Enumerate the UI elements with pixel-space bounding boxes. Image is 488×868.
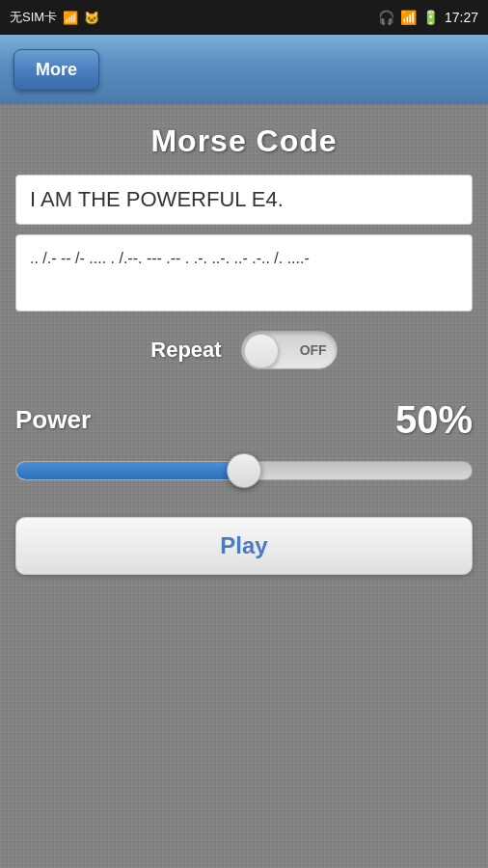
power-header: Power 50% (15, 398, 473, 442)
slider-thumb[interactable] (227, 453, 261, 488)
status-right: 🎧 📶 🔋 17:27 (378, 10, 478, 25)
input-container (15, 175, 473, 225)
main-content: Morse Code .. /.- -- /- .... . /.--. ---… (0, 104, 488, 868)
slider-fill (16, 462, 244, 479)
wifi-icon: 📶 (400, 10, 417, 25)
power-section: Power 50% (15, 398, 473, 488)
more-button[interactable]: More (14, 49, 99, 91)
notification-icon: 🐱 (84, 11, 99, 25)
status-left: 无SIM卡 📶 🐱 (10, 9, 99, 26)
headphone-icon: 🎧 (378, 10, 394, 25)
status-bar: 无SIM卡 📶 🐱 🎧 📶 🔋 17:27 (0, 0, 488, 35)
carrier-text: 无SIM卡 (10, 9, 57, 26)
morse-text-input[interactable] (30, 187, 458, 212)
header: More (0, 35, 488, 104)
repeat-label: Repeat (150, 338, 221, 363)
toggle-thumb (244, 334, 279, 368)
power-value: 50% (395, 398, 473, 442)
repeat-toggle[interactable]: OFF (241, 331, 338, 369)
toggle-track: OFF (241, 331, 338, 369)
page-title: Morse Code (150, 123, 337, 159)
repeat-row: Repeat OFF (15, 331, 473, 369)
time-display: 17:27 (445, 10, 478, 25)
power-label: Power (15, 405, 91, 435)
toggle-state-label: OFF (300, 342, 327, 358)
sim-icon: 📶 (63, 11, 78, 25)
morse-output: .. /.- -- /- .... . /.--. --- .-- . .-. … (15, 234, 473, 312)
battery-icon: 🔋 (422, 10, 439, 25)
play-button[interactable]: Play (15, 517, 473, 575)
power-slider-container (15, 453, 473, 488)
